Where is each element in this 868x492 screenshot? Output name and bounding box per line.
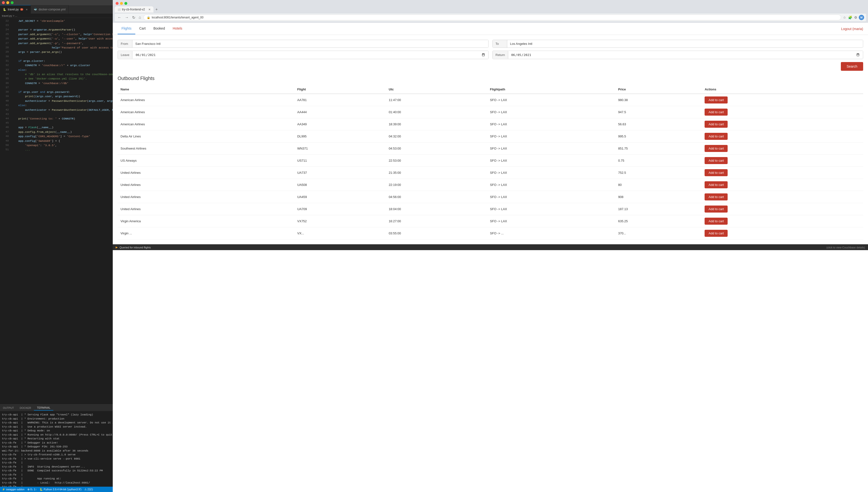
cell-flight: AA444 <box>294 106 386 118</box>
home-btn[interactable]: ⌂ <box>138 15 142 20</box>
python-icon: 🐍 <box>3 8 6 11</box>
tab-docker-compose[interactable]: 🐳 docker-compose.yml <box>31 5 69 14</box>
status-detail[interactable]: (click to view Couchbase details) <box>826 246 865 249</box>
cell-flightpath: SFO -> LAX <box>487 179 616 191</box>
cell-action: Add to cart <box>702 155 863 167</box>
nav-tabs: FlightsCartBookedHotels <box>118 23 186 34</box>
forward-btn[interactable]: → <box>124 15 130 20</box>
code-line: 36 CONNSTR = 'couchbase://db' <box>0 81 113 85</box>
terminal-line: try-cb-fe | <box>2 473 111 477</box>
cell-flightpath: SFO -> LAX <box>487 130 616 143</box>
add-to-cart-btn[interactable]: Add to cart <box>705 193 728 200</box>
browser-minimize-btn[interactable] <box>120 2 123 5</box>
browser-tab-active[interactable]: ⬜ try-cb-frontend-v2 ✕ <box>115 6 153 13</box>
logout-btn[interactable]: Logout (maria) <box>841 27 863 31</box>
browser-close-btn[interactable] <box>116 2 119 5</box>
tab-travel-py[interactable]: 🐍 travel.py 9 ✕ <box>0 5 31 14</box>
bookmark-btn[interactable]: ☆ <box>843 15 847 20</box>
browser-window-controls <box>116 2 127 5</box>
address-bar[interactable]: 🔒 localhost:8081/tenants/tenant_agent_00 <box>144 15 841 20</box>
code-line: 28 help='Password of user with access to… <box>0 46 113 50</box>
cell-utc: 22:19:00 <box>386 179 487 191</box>
table-row: United AirlinesUA73721:35:00SFO -> LAX75… <box>118 167 863 179</box>
code-line: 35 # See 'docker-compose.yml (line 25)'. <box>0 77 113 81</box>
python-version: 🐍 Python 3.9.4 64-bit ('python3.9') <box>40 488 81 491</box>
cell-action: Add to cart <box>702 94 863 106</box>
code-editor[interactable]: 22 JWT_SECRET = 'cbravelsample'2324 pars… <box>0 18 113 404</box>
leave-input[interactable] <box>132 51 488 59</box>
browser-tabs-row: ⬜ try-cb-frontend-v2 ✕ + <box>115 6 866 13</box>
terminal-line: try-cb-fe | > try-cb-frontend-v200.1.0 s… <box>2 453 111 457</box>
back-btn[interactable]: ← <box>117 15 122 20</box>
add-to-cart-btn[interactable]: Add to cart <box>705 157 728 164</box>
nav-tab-hotels[interactable]: Hotels <box>169 23 186 34</box>
code-line: 50 'openapi': '3.0.5', <box>0 143 113 148</box>
code-line: 33 else: <box>0 68 113 72</box>
to-input[interactable] <box>507 40 863 48</box>
col-header-flightpath: Flightpath <box>487 85 616 94</box>
return-input[interactable] <box>508 51 863 59</box>
code-line: 29 args = parser.parse_args() <box>0 50 113 54</box>
cell-action: Add to cart <box>702 118 863 130</box>
code-line: 43 <box>0 112 113 117</box>
add-to-cart-btn[interactable]: Add to cart <box>705 169 728 176</box>
cell-action: Add to cart <box>702 215 863 227</box>
from-to-row: From To <box>118 40 863 48</box>
nav-tab-cart[interactable]: Cart <box>135 23 149 34</box>
close-window-btn[interactable] <box>2 1 5 4</box>
search-button[interactable]: Search <box>841 62 863 71</box>
add-to-cart-btn[interactable]: Add to cart <box>705 145 728 152</box>
code-line: 47 app.config.from_object(__name__) <box>0 130 113 134</box>
new-tab-btn[interactable]: + <box>154 7 159 11</box>
cell-flight: VX752 <box>294 215 386 227</box>
close-tab-travel-py[interactable]: ✕ <box>26 8 28 11</box>
tab-terminal[interactable]: TERMINAL <box>34 405 53 411</box>
refresh-btn[interactable]: ↻ <box>131 15 136 20</box>
add-to-cart-btn[interactable]: Add to cart <box>705 121 728 128</box>
cell-name: United Airlines <box>118 179 294 191</box>
tab-docker[interactable]: DOCKER <box>17 405 34 410</box>
code-line: 30 <box>0 54 113 59</box>
profile-btn[interactable]: M <box>859 15 864 20</box>
cell-action: Add to cart <box>702 130 863 143</box>
settings-btn[interactable]: ⚙ <box>854 15 858 20</box>
from-input[interactable] <box>132 40 488 48</box>
nav-tab-booked[interactable]: Booked <box>150 23 169 34</box>
col-header-actions: Actions <box>702 85 863 94</box>
cell-action: Add to cart <box>702 106 863 118</box>
cell-flightpath: SFO -> LAX <box>487 143 616 155</box>
add-to-cart-btn[interactable]: Add to cart <box>705 205 728 213</box>
cell-utc: 18:04:00 <box>386 203 487 215</box>
cell-name: Virgin America <box>118 215 294 227</box>
extensions-btn[interactable]: 🧩 <box>848 15 853 20</box>
nav-tab-flights[interactable]: Flights <box>118 23 135 34</box>
leave-group: Leave <box>118 51 488 59</box>
add-to-cart-btn[interactable]: Add to cart <box>705 133 728 140</box>
tab-output[interactable]: OUTPUT <box>0 405 17 410</box>
terminal-line: try-cb-api | * Debugger PIN: 261-530-253 <box>2 445 111 449</box>
to-group: To <box>492 40 863 48</box>
browser-tab-close[interactable]: ✕ <box>148 8 150 11</box>
cell-flightpath: SFO -> LAX <box>487 94 616 106</box>
code-line: 31 if args.cluster: <box>0 59 113 63</box>
browser-maximize-btn[interactable] <box>124 2 127 5</box>
tab-badge: 9 <box>20 8 23 11</box>
maximize-window-btn[interactable] <box>11 1 14 4</box>
code-line: 26 parser.add_argument('-u', '--user', h… <box>0 36 113 41</box>
add-to-cart-btn[interactable]: Add to cart <box>705 230 728 237</box>
add-to-cart-btn[interactable]: Add to cart <box>705 96 728 103</box>
add-to-cart-btn[interactable]: Add to cart <box>705 108 728 116</box>
cell-flightpath: SFO -> LAX <box>487 203 616 215</box>
terminal-panel: OUTPUT DOCKER TERMINAL try-cb-api | * Se… <box>0 404 113 487</box>
add-to-cart-btn[interactable]: Add to cart <box>705 218 728 225</box>
vscode-statusbar: ⚡ swagger-addon ⊗ 0↓ 1↑ 🐍 Python 3.9.4 6… <box>0 487 113 492</box>
status-indicator: ▶ <box>116 246 118 249</box>
cell-price: 980.38 <box>616 94 702 106</box>
terminal-line: try-cb-api | * Restarting with stat <box>2 437 111 441</box>
to-label: To <box>493 40 507 48</box>
browser-actions: ☆ 🧩 ⚙ M <box>843 15 864 20</box>
add-to-cart-btn[interactable]: Add to cart <box>705 181 728 188</box>
minimize-window-btn[interactable] <box>6 1 9 4</box>
from-group: From <box>118 40 488 48</box>
table-row: United AirlinesUA50822:19:00SFO -> LAX80… <box>118 179 863 191</box>
